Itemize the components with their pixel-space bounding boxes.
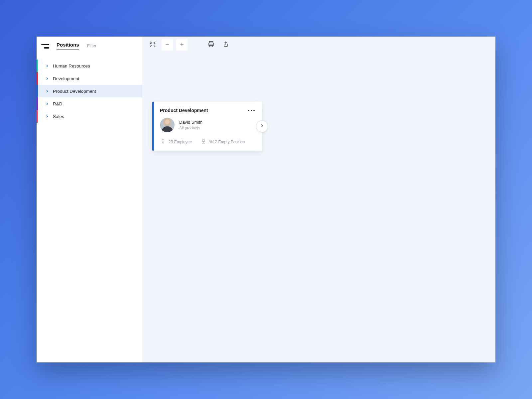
fit-to-screen-button[interactable]: [147, 39, 158, 51]
svg-rect-11: [202, 139, 204, 141]
avatar: [160, 118, 175, 132]
minus-icon: [165, 42, 170, 48]
sidebar-item-human-resources[interactable]: Human Resources: [37, 60, 142, 72]
color-marker: [37, 110, 38, 123]
canvas[interactable]: Product Development David Smith All prod…: [142, 37, 495, 362]
color-marker: [37, 85, 38, 97]
card-header: Product Development: [160, 108, 256, 113]
svg-point-10: [162, 139, 164, 140]
print-button[interactable]: [205, 39, 217, 51]
department-list: Human Resources Development Product Deve…: [37, 60, 142, 123]
card-stats: 23 Employee %12 Empty Position: [160, 138, 256, 145]
chevron-right-icon: [45, 64, 49, 68]
sidebar-item-label: Development: [53, 76, 79, 81]
expand-card-button[interactable]: [256, 120, 268, 132]
lead-subtitle: All products: [179, 126, 202, 130]
sidebar-item-rd[interactable]: R&D: [37, 97, 142, 110]
employee-count-label: 23 Employee: [169, 140, 192, 144]
color-marker: [37, 60, 38, 72]
zoom-out-button[interactable]: [162, 39, 173, 51]
sidebar-item-label: Product Development: [53, 89, 96, 94]
sidebar-item-label: Sales: [53, 114, 64, 119]
chevron-right-icon: [45, 102, 49, 106]
sidebar: Positions Filter Human Resources Develop…: [37, 37, 142, 362]
person-icon: [160, 138, 166, 145]
svg-rect-9: [209, 45, 212, 47]
empty-position-stat: %12 Empty Position: [200, 138, 245, 145]
lead-name: David Smith: [179, 120, 202, 125]
plus-icon: [179, 42, 185, 48]
chair-icon: [200, 138, 206, 145]
lead-info: David Smith All products: [179, 120, 202, 130]
more-options-button[interactable]: [247, 108, 256, 112]
sidebar-item-label: Human Resources: [53, 64, 90, 68]
tab-filter[interactable]: Filter: [87, 43, 97, 50]
menu-icon[interactable]: [41, 44, 49, 49]
color-marker: [37, 97, 38, 110]
empty-position-label: %12 Empty Position: [209, 140, 245, 144]
chevron-right-icon: [45, 77, 49, 80]
chevron-right-icon: [45, 89, 49, 93]
chevron-right-icon: [45, 115, 49, 118]
sidebar-item-label: R&D: [53, 101, 63, 106]
tab-positions[interactable]: Positions: [57, 42, 79, 50]
department-card: Product Development David Smith All prod…: [152, 102, 262, 151]
sidebar-item-product-development[interactable]: Product Development: [37, 85, 142, 97]
sidebar-item-development[interactable]: Development: [37, 72, 142, 85]
share-button[interactable]: [220, 39, 231, 51]
employee-count-stat: 23 Employee: [160, 138, 192, 145]
sidebar-header: Positions Filter: [37, 37, 142, 54]
chevron-right-icon: [260, 123, 264, 129]
printer-icon: [207, 41, 215, 49]
app-window: Positions Filter Human Resources Develop…: [37, 37, 495, 362]
canvas-toolbar: [147, 39, 231, 51]
collapse-icon: [149, 41, 156, 49]
share-icon: [222, 41, 229, 49]
sidebar-tabs: Positions Filter: [57, 42, 96, 50]
color-marker: [37, 72, 38, 85]
sidebar-item-sales[interactable]: Sales: [37, 110, 142, 123]
card-title: Product Development: [160, 108, 208, 113]
zoom-in-button[interactable]: [176, 39, 188, 51]
card-body: David Smith All products: [160, 118, 256, 132]
